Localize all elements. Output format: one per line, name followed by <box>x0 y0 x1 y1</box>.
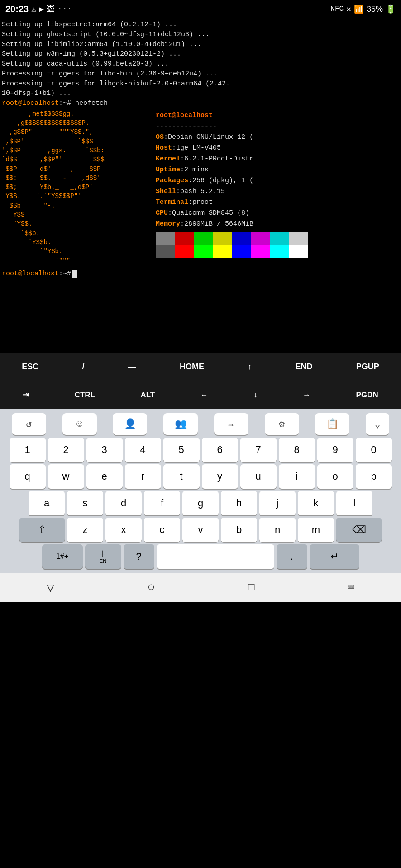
color-block-br-white <box>289 245 308 258</box>
key-dash[interactable]: — <box>124 359 141 375</box>
key-w[interactable]: w <box>48 464 84 489</box>
modifier-key-row: ⇥ CTRL ALT ← ↓ → PGDN <box>0 381 401 409</box>
status-bar: 20:23 ⚠ ▶ 🖼 ··· NFC ✕ 📶 35% 🔋 <box>0 0 401 18</box>
key-end[interactable]: END <box>291 359 317 375</box>
image-icon: 🖼 <box>47 5 55 14</box>
key-pgup[interactable]: PGUP <box>352 359 384 375</box>
neofetch-hostname: localhost <box>176 110 213 121</box>
term-line-3: Setting up libimlib2:arm64 (1.10.0-4+deb… <box>2 40 399 50</box>
nav-home[interactable]: ○ <box>148 580 155 594</box>
color-block-green <box>194 232 213 245</box>
key-0[interactable]: 0 <box>356 438 392 462</box>
lang-en: EN <box>100 558 106 564</box>
neofetch-username: root <box>156 110 172 121</box>
key-x[interactable]: x <box>105 518 142 542</box>
prompt-user: root@localhost <box>2 269 59 279</box>
info-dashes: --------------- <box>156 121 308 132</box>
nav-bar: ▽ ○ □ ⌨ <box>0 573 401 602</box>
key-5[interactable]: 5 <box>163 438 200 462</box>
cursor <box>72 270 77 278</box>
key-7[interactable]: 7 <box>240 438 277 462</box>
key-home[interactable]: HOME <box>175 359 209 375</box>
term-line-5: Setting up caca-utils (0.99.beta20-3) ..… <box>2 59 399 69</box>
key-down[interactable]: ↓ <box>249 387 262 403</box>
key-n[interactable]: n <box>259 518 296 542</box>
key-e[interactable]: e <box>86 464 123 489</box>
color-block-br-blue <box>232 245 251 258</box>
kb-btn-edit[interactable]: ✏ <box>214 413 248 435</box>
signal-x-icon: ✕ <box>346 4 351 14</box>
kb-btn-people[interactable]: 👥 <box>163 413 198 435</box>
key-s[interactable]: s <box>67 491 103 515</box>
key-up[interactable]: ↑ <box>243 359 256 375</box>
color-block-br-cyan <box>270 245 289 258</box>
key-t[interactable]: t <box>163 464 200 489</box>
key-2[interactable]: 2 <box>48 438 84 462</box>
key-z[interactable]: z <box>67 518 103 542</box>
key-esc[interactable]: ESC <box>17 359 43 375</box>
key-right[interactable]: → <box>298 387 315 403</box>
key-backspace[interactable]: ⌫ <box>336 518 382 542</box>
kb-btn-emoji[interactable]: ☺ <box>62 413 97 435</box>
key-j[interactable]: j <box>259 491 296 515</box>
more-icon: ··· <box>57 5 72 14</box>
key-q[interactable]: q <box>10 464 46 489</box>
key-3[interactable]: 3 <box>86 438 123 462</box>
key-i[interactable]: i <box>279 464 315 489</box>
key-k[interactable]: k <box>298 491 334 515</box>
key-shift[interactable]: ⇧ <box>19 518 65 542</box>
function-key-row: ESC / — HOME ↑ END PGUP <box>0 353 401 381</box>
key-space[interactable] <box>157 544 274 569</box>
terminal-prompt[interactable]: root@localhost:~# <box>2 269 399 279</box>
key-y[interactable]: y <box>202 464 238 489</box>
kb-btn-clipboard[interactable]: 📋 <box>315 413 349 435</box>
keyboard-zxcv-row: ⇧ z x c v b n m ⌫ <box>2 518 399 542</box>
kb-btn-chevron[interactable]: ⌄ <box>366 413 389 435</box>
key-o[interactable]: o <box>317 464 353 489</box>
key-l[interactable]: l <box>336 491 372 515</box>
key-enter[interactable]: ↵ <box>310 544 359 569</box>
key-f[interactable]: f <box>144 491 180 515</box>
warning-icon: ⚠ <box>31 4 36 14</box>
color-block-magenta <box>251 232 270 245</box>
kb-btn-person[interactable]: 👤 <box>113 413 147 435</box>
key-sym[interactable]: 1#+ <box>42 544 83 569</box>
key-h[interactable]: h <box>221 491 257 515</box>
keyboard-bottom-row: 1#+ 中 EN ? . ↵ <box>2 544 399 569</box>
kb-btn-settings[interactable]: ⚙ <box>265 413 299 435</box>
info-kernel: Kernel: 6.2.1-PRoot-Distr <box>156 154 308 165</box>
key-r[interactable]: r <box>125 464 161 489</box>
key-b[interactable]: b <box>221 518 257 542</box>
status-left: 20:23 ⚠ ▶ 🖼 ··· <box>5 4 72 14</box>
key-left[interactable]: ← <box>196 387 213 403</box>
key-ctrl[interactable]: CTRL <box>70 387 100 403</box>
key-tab[interactable]: ⇥ <box>18 387 33 403</box>
key-a[interactable]: a <box>29 491 65 515</box>
key-pgdn[interactable]: PGDN <box>352 387 383 403</box>
key-v[interactable]: v <box>182 518 219 542</box>
info-os: OS: Debian GNU/Linux 12 ( <box>156 132 308 143</box>
key-c[interactable]: c <box>144 518 180 542</box>
key-p[interactable]: p <box>356 464 392 489</box>
terminal: Setting up libspectre1:arm64 (0.2.12-1) … <box>0 18 401 353</box>
term-line-1: Setting up libspectre1:arm64 (0.2.12-1) … <box>2 20 399 30</box>
key-6[interactable]: 6 <box>202 438 238 462</box>
key-4[interactable]: 4 <box>125 438 161 462</box>
key-8[interactable]: 8 <box>279 438 315 462</box>
key-period[interactable]: . <box>277 544 307 569</box>
key-1[interactable]: 1 <box>10 438 46 462</box>
key-lang[interactable]: 中 EN <box>85 544 121 569</box>
nav-keyboard[interactable]: ⌨ <box>348 581 354 594</box>
key-9[interactable]: 9 <box>317 438 353 462</box>
key-slash[interactable]: / <box>77 359 89 375</box>
nav-back[interactable]: ▽ <box>47 580 54 595</box>
key-u[interactable]: u <box>240 464 277 489</box>
key-question[interactable]: ? <box>124 544 154 569</box>
kb-btn-refresh[interactable]: ↺ <box>12 413 46 435</box>
key-g[interactable]: g <box>182 491 219 515</box>
play-icon: ▶ <box>39 4 44 14</box>
key-alt[interactable]: ALT <box>136 387 159 403</box>
nav-recents[interactable]: □ <box>248 581 254 594</box>
key-m[interactable]: m <box>298 518 334 542</box>
key-d[interactable]: d <box>105 491 142 515</box>
